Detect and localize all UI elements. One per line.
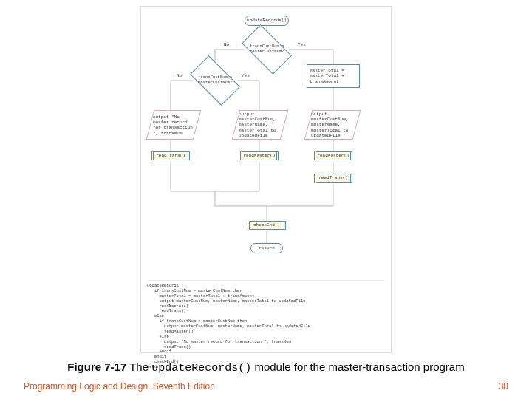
call-readmaster-right: readMaster() (314, 151, 352, 160)
footer-page-number: 30 (499, 381, 508, 392)
process-mastertotal: masterTotal = masterTotal + transAmount (307, 64, 360, 88)
call-checkend: checkEnd() (248, 221, 286, 230)
decision-greater: transCustNum > masterCustNum? (190, 55, 240, 106)
label-yes-1: Yes (298, 42, 306, 47)
io-no-master: output "No master record for transaction… (146, 110, 202, 140)
figure-box: updateRecords() transCustNum = masterCus… (140, 6, 392, 353)
decision-equal: transCustNum = masterCustNum? (242, 24, 292, 75)
call-readtrans-left: readTrans() (151, 151, 190, 160)
footer-book-title: Programming Logic and Design, Seventh Ed… (24, 381, 215, 392)
call-readtrans-right: readTrans() (314, 174, 352, 183)
pseudocode-block: updateRecords() if transCustNum = master… (147, 280, 385, 370)
figure-caption: Figure 7-17 The updateRecords() module f… (0, 361, 532, 375)
label-yes-2: Yes (242, 73, 250, 78)
io-output-mid: output masterCustNum, masterName, master… (232, 110, 289, 140)
label-no-1: No (224, 42, 229, 47)
flow-return: return (250, 243, 283, 253)
flow-start: updateRecords() (245, 16, 289, 26)
io-output-right: output masterCustNum, masterName, master… (304, 110, 361, 140)
label-no-2: No (177, 73, 182, 78)
call-readmaster-mid: readMaster() (240, 151, 279, 160)
